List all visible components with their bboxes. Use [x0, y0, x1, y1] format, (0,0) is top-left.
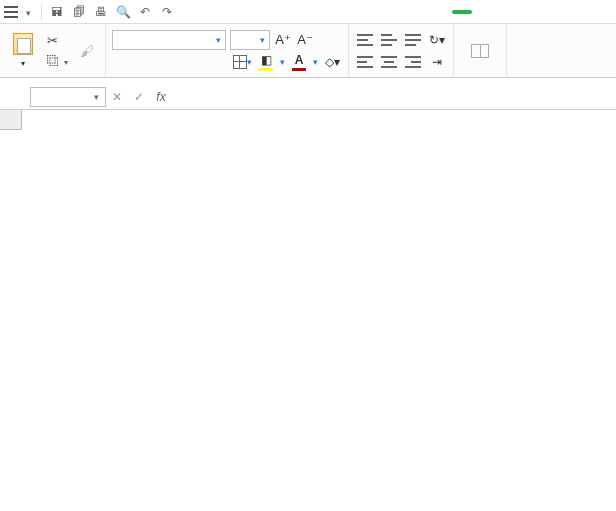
merge-icon	[471, 44, 489, 58]
fill-color-button[interactable]: ◧	[256, 53, 276, 71]
copy-icon	[47, 54, 59, 68]
underline-button[interactable]	[160, 52, 180, 72]
preview-icon[interactable]: 🔍	[114, 3, 132, 21]
tab-data[interactable]	[548, 10, 568, 14]
menu-file[interactable]	[22, 5, 35, 19]
tab-view[interactable]	[596, 10, 616, 14]
align-group: ↻▾ ⇥	[349, 24, 454, 77]
cut-button[interactable]	[44, 31, 71, 51]
print-icon[interactable]: 🖶	[92, 3, 110, 21]
align-bot-button[interactable]	[403, 30, 423, 50]
tab-review[interactable]	[572, 10, 592, 14]
shrink-font-button[interactable]: A⁻	[296, 32, 314, 47]
merge-group	[454, 24, 507, 77]
copy-button[interactable]	[44, 51, 71, 71]
grow-font-button[interactable]: A⁺	[274, 32, 292, 47]
font-name-select[interactable]: ▾	[112, 30, 226, 50]
merge-button[interactable]	[460, 44, 500, 58]
format-painter-button[interactable]: 🖌	[75, 43, 99, 59]
align-center-button[interactable]	[379, 52, 399, 72]
confirm-icon[interactable]: ✓	[128, 90, 150, 104]
formula-input[interactable]	[172, 87, 616, 107]
redo-icon[interactable]: ↷	[158, 3, 176, 21]
font-color-icon: A	[295, 53, 304, 67]
clipboard-group: 🖌	[0, 24, 106, 77]
cancel-icon[interactable]: ✕	[106, 90, 128, 104]
tab-layout[interactable]	[500, 10, 520, 14]
name-box[interactable]: ▾	[30, 87, 106, 107]
paste-icon	[13, 33, 33, 55]
font-color-button[interactable]: A	[289, 53, 309, 71]
cut-icon	[47, 33, 58, 48]
fx-icon[interactable]: fx	[150, 90, 172, 104]
separator	[41, 4, 42, 20]
clear-format-button[interactable]: ◇▾	[322, 52, 342, 72]
align-right-button[interactable]	[403, 52, 423, 72]
bucket-icon: ◧	[261, 53, 272, 67]
formula-bar: ▾ ✕ ✓ fx	[0, 84, 616, 110]
font-effects-button[interactable]	[208, 52, 228, 72]
strike-button[interactable]	[184, 52, 204, 72]
font-size-select[interactable]: ▾	[230, 30, 270, 50]
ribbon: 🖌 ▾ ▾ A⁺ A⁻ ▾ ◧▾ A▾ ◇▾ ↻▾	[0, 24, 616, 78]
tab-formula[interactable]	[524, 10, 544, 14]
indent-button[interactable]: ⇥	[427, 52, 447, 72]
brush-icon: 🖌	[75, 43, 99, 59]
align-mid-button[interactable]	[379, 30, 399, 50]
tab-insert[interactable]	[476, 10, 496, 14]
hamburger-icon[interactable]	[4, 6, 18, 18]
border-button[interactable]: ▾	[232, 52, 252, 72]
undo-icon[interactable]: ↶	[136, 3, 154, 21]
save-as-icon[interactable]: 🗐	[70, 3, 88, 21]
menu-bar: 🖬 🗐 🖶 🔍 ↶ ↷	[0, 0, 616, 24]
italic-button[interactable]	[136, 52, 156, 72]
select-all-corner[interactable]	[0, 110, 22, 130]
align-top-button[interactable]	[355, 30, 375, 50]
spreadsheet-grid[interactable]	[0, 110, 616, 510]
align-left-button[interactable]	[355, 52, 375, 72]
bold-button[interactable]	[112, 52, 132, 72]
save-icon[interactable]: 🖬	[48, 3, 66, 21]
font-group: ▾ ▾ A⁺ A⁻ ▾ ◧▾ A▾ ◇▾	[106, 24, 349, 77]
tab-start[interactable]	[452, 10, 472, 14]
paste-button[interactable]	[6, 33, 40, 68]
orientation-button[interactable]: ↻▾	[427, 30, 447, 50]
border-icon	[233, 55, 247, 69]
paste-label	[21, 56, 25, 68]
